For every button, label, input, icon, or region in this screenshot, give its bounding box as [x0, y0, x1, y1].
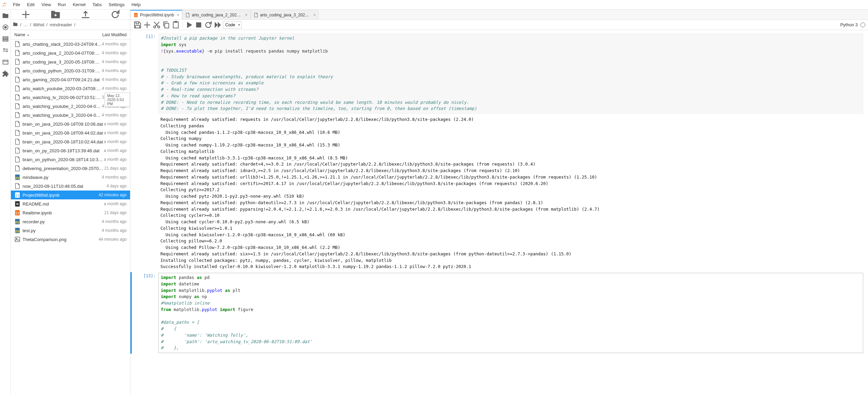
paste-button[interactable]: [171, 21, 180, 29]
running-icon[interactable]: [2, 24, 9, 31]
file-row[interactable]: arto_watching_youtube_3_2020-04-07T09:0.…: [11, 111, 130, 119]
file-row[interactable]: [ ]Realtime.ipynb21 days ago: [11, 208, 130, 217]
folder-home-icon[interactable]: [13, 22, 18, 28]
file-row[interactable]: ThetaComparison.png44 minutes ago: [11, 235, 130, 244]
file-row[interactable]: pytest.py4 months ago: [11, 226, 130, 235]
code-cell[interactable]: [13]: import pandas as pd import datetim…: [130, 272, 868, 354]
menu-run[interactable]: Run: [54, 0, 69, 9]
save-button[interactable]: [133, 21, 142, 29]
svg-rect-6: [3, 38, 8, 39]
menu-file[interactable]: File: [10, 0, 24, 9]
breadcrumb-seg[interactable]: mindreader: [48, 22, 73, 27]
file-row[interactable]: arto_watch_youtube_2020-03-24T09:37:03..…: [11, 84, 130, 93]
file-file-icon: [14, 130, 20, 136]
tab-label: arto_coding_java_2_2020-0: [192, 13, 242, 17]
close-icon[interactable]: ×: [313, 13, 316, 17]
file-row[interactable]: brain_on_java_2020-08-18T09:44:02.data m…: [11, 128, 130, 137]
file-name: now_2020-09-11T10:48:05.dat: [23, 184, 106, 189]
file-file-icon: [14, 183, 20, 189]
menu-kernel[interactable]: Kernel: [69, 0, 89, 9]
notebook[interactable]: [1]: #Install a pip package in the curre…: [130, 30, 868, 394]
tab[interactable]: arto_coding_java_3_2020-0×: [251, 10, 319, 19]
file-row[interactable]: arto_coding_python_2020-03-31T09:57:06..…: [11, 66, 130, 75]
folder-icon[interactable]: [2, 12, 9, 19]
file-modified: 21 days ago: [104, 166, 127, 171]
svg-rect-5: [3, 37, 8, 38]
nb-file-icon: [ ]: [14, 192, 20, 198]
file-row[interactable]: [ ]ProjectIllithid.ipynb42 minutes ago: [11, 191, 130, 199]
restart-run-all-button[interactable]: [213, 21, 222, 29]
svg-text:[ ]: [ ]: [16, 211, 19, 214]
file-row[interactable]: brain_on_java_2020-08-18T09:10:06.data m…: [11, 119, 130, 128]
menu-view[interactable]: View: [38, 0, 54, 9]
file-row[interactable]: brain_on_py_2020-08-18T13:39:46.data mon…: [11, 146, 130, 155]
run-button[interactable]: [185, 21, 194, 29]
kernel-name[interactable]: Python 3: [840, 22, 858, 27]
menu-edit[interactable]: Edit: [24, 0, 38, 9]
file-name: arto_chatting_slack_2020-03-24T09:48:28.…: [23, 42, 102, 47]
output-text: Requirement already satisfied: requests …: [158, 115, 863, 271]
file-row[interactable]: MREADME.mda month ago: [11, 199, 130, 208]
insert-cell-button[interactable]: [143, 21, 152, 29]
breadcrumb-seg[interactable]: …: [23, 22, 29, 27]
file-file-icon: [14, 103, 20, 109]
svg-rect-43: [196, 22, 201, 27]
file-row[interactable]: now_2020-09-11T10:48:05.dat4 days ago: [11, 182, 130, 191]
img-file-icon: [14, 236, 20, 242]
file-file-icon: [14, 85, 20, 92]
extensions-icon[interactable]: [2, 70, 9, 77]
breadcrumb-seg[interactable]: illithid: [32, 22, 45, 27]
stop-button[interactable]: [194, 21, 203, 29]
file-row[interactable]: pyrecorder.py4 months ago: [11, 217, 130, 226]
file-modified: 4 months ago: [102, 86, 127, 91]
menu-settings[interactable]: Settings: [105, 0, 128, 9]
new-launcher-button[interactable]: [11, 10, 41, 19]
kernel-status-icon[interactable]: [860, 23, 865, 27]
tab[interactable]: arto_coding_java_2_2020-0×: [182, 10, 251, 19]
menu-help[interactable]: Help: [128, 0, 144, 9]
file-row[interactable]: arto_gaming_2020-04-07T09:24:21.dat4 mon…: [11, 75, 130, 84]
svg-text:[ ]: [ ]: [16, 194, 19, 197]
file-row[interactable]: pymindwave.py4 months ago: [11, 173, 130, 182]
close-icon[interactable]: ×: [177, 13, 179, 17]
py-file-icon: py: [14, 174, 20, 180]
file-row[interactable]: brain_on_python_2020-08-18T14:10:33.data…: [11, 155, 130, 164]
file-modified: a month ago: [104, 139, 127, 144]
file-name: brain_on_python_2020-08-18T14:10:33.dat: [23, 157, 104, 162]
breadcrumb[interactable]: / … / illithid / mindreader /: [11, 20, 130, 30]
svg-text:[ ]: [ ]: [135, 14, 137, 16]
cell-editor[interactable]: #Install a pip package in the current Ju…: [158, 33, 863, 114]
cell-editor[interactable]: import pandas as pd import datetime impo…: [158, 273, 863, 353]
file-file-icon: [185, 13, 190, 17]
svg-text:py: py: [15, 229, 19, 233]
notebook-toolbar: Code ▾ Python 3: [130, 20, 868, 30]
new-folder-button[interactable]: [41, 10, 70, 19]
refresh-button[interactable]: [100, 10, 130, 19]
tab[interactable]: [ ]ProjectIllithid.ipynb×: [130, 10, 182, 19]
file-row[interactable]: arto_coding_java_2_2020-04-07T08:10:02.d…: [11, 48, 130, 57]
cell-type-select[interactable]: Code ▾: [223, 21, 242, 29]
cell-prompt: [13]:: [135, 273, 158, 353]
restart-button[interactable]: [204, 21, 213, 29]
file-file-icon: [14, 41, 20, 47]
py-file-icon: py: [14, 219, 20, 225]
tabs-icon[interactable]: [2, 59, 9, 66]
code-cell[interactable]: [1]: #Install a pip package in the curre…: [130, 33, 868, 114]
close-icon[interactable]: ×: [245, 13, 247, 17]
copy-button[interactable]: [162, 21, 171, 29]
file-row[interactable]: delivering_presentation_2020-08-25T07:57…: [11, 164, 130, 173]
menu-tabs[interactable]: Tabs: [89, 0, 105, 9]
sort-asc-icon: ▲: [27, 33, 30, 37]
properties-icon[interactable]: [2, 47, 9, 54]
file-row[interactable]: brain_on_java_2020-08-18T10:02:44.data m…: [11, 137, 130, 146]
upload-button[interactable]: [71, 10, 100, 19]
cut-button[interactable]: [152, 21, 161, 29]
file-modified: 44 minutes ago: [99, 237, 127, 242]
file-row[interactable]: arto_chatting_slack_2020-03-24T09:48:28.…: [11, 40, 130, 48]
commands-icon[interactable]: [2, 36, 9, 42]
menubar: FileEditViewRunKernelTabsSettingsHelp: [0, 0, 868, 10]
file-list[interactable]: May 12, 2020 5:53 PM arto_chatting_slack…: [11, 40, 130, 394]
file-row[interactable]: arto_coding_java_3_2020-05-19T08:54:02.d…: [11, 57, 130, 66]
file-list-header[interactable]: Name▲ Last Modified: [11, 30, 130, 40]
file-file-icon: [14, 59, 20, 65]
